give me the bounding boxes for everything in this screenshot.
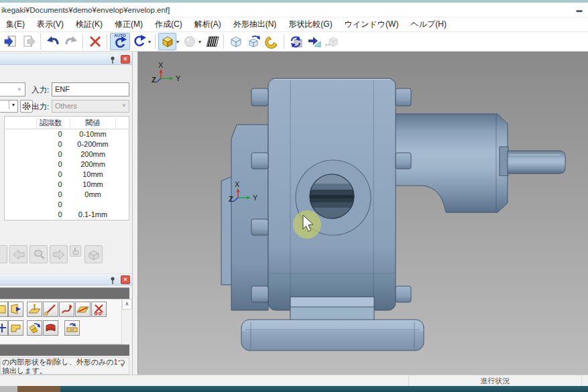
redo-button[interactable] (62, 33, 80, 50)
tool-description: の内部形状を削除し、外形のみの1つ 抽出します。 ∨ (0, 357, 129, 375)
tool-point-on-plane[interactable] (27, 302, 42, 317)
nav-model-button[interactable] (84, 245, 103, 263)
input-format-field[interactable]: ENF (52, 82, 129, 96)
extract-partial-icon (0, 303, 7, 316)
input-label: 入力: (32, 85, 49, 95)
toolbar-separator (155, 34, 156, 49)
tool-unfold-faces[interactable] (27, 320, 42, 336)
menu-item[interactable]: ウインドウ(W) (339, 17, 405, 32)
application-window: ikegaki¥Documents¥demo¥envelop¥envelop.e… (0, 0, 588, 392)
status-end-cell (581, 375, 588, 386)
close-panel-button[interactable]: × (121, 275, 130, 284)
pin-icon[interactable] (109, 275, 117, 287)
pin-icon[interactable] (109, 55, 117, 67)
menu-item[interactable]: 表示(V) (31, 17, 70, 32)
delete-button[interactable] (86, 33, 104, 50)
column-count[interactable]: 認識数 (37, 117, 70, 129)
threshold-table-body: 00-10mm00-200mm0200mm0200mm010mm010mm00m… (5, 129, 129, 220)
menu-item[interactable]: 解析(A) (188, 17, 227, 32)
transform-model-button[interactable] (323, 33, 341, 50)
description-line2: 抽出します。 (2, 367, 127, 375)
zebra-stripes-button[interactable] (202, 33, 221, 50)
viewport-3d[interactable]: X Y Z X Y Z (138, 52, 588, 375)
progress-status-cell: 進行状況 (408, 375, 581, 386)
axis-z-label: Z (152, 76, 156, 84)
tool-extract-partial[interactable] (0, 302, 8, 317)
nav-search-button[interactable] (30, 245, 48, 263)
main-toolbar: AUTO ▾ ▾ ▾ (0, 32, 588, 52)
wireframe-display-button[interactable] (227, 33, 245, 50)
scroll-up-icon[interactable]: ∧ (122, 299, 132, 310)
recognition-panel-header: × (0, 53, 133, 65)
menu-item[interactable]: 検証(K) (70, 17, 109, 32)
shaded-display-button[interactable] (158, 33, 176, 50)
auto-rotate-button[interactable]: AUTO (110, 33, 130, 50)
toolbar-separator (284, 34, 284, 49)
tool-plane-with-line[interactable] (75, 302, 91, 317)
expand-description-icon[interactable]: ∨ (120, 361, 125, 368)
menu-item[interactable]: ヘルプ(H) (404, 17, 453, 32)
compare-shapes-button[interactable] (305, 33, 323, 50)
menu-item[interactable]: 集(E) (0, 17, 31, 32)
status-spacer (0, 375, 408, 386)
menu-item[interactable]: 作成(C) (149, 17, 188, 32)
tool-grid-scrollbar[interactable]: ∧ (121, 299, 132, 344)
rotate-model-button[interactable] (245, 33, 263, 50)
table-row[interactable]: 010mm (5, 170, 129, 180)
cad-model-canvas: X Y Z X Y Z (138, 52, 588, 375)
close-panel-button[interactable]: × (121, 55, 130, 64)
tool-delete-curve[interactable] (91, 302, 107, 317)
minimize-button[interactable]: ▬ (575, 7, 584, 13)
tool-edge-line[interactable] (43, 302, 58, 317)
delete-icon (88, 34, 103, 49)
shaded-cube-icon (160, 34, 175, 49)
format-combobox[interactable]: ∨ (0, 82, 25, 96)
nav-confirm-button[interactable] (70, 245, 81, 257)
table-row[interactable]: 00-200mm (5, 139, 129, 149)
tool-outline-shape[interactable] (8, 320, 23, 336)
table-row[interactable]: 0 (5, 200, 129, 210)
menu-item[interactable]: 外形抽出(N) (227, 17, 283, 32)
tool-offset-partial[interactable] (0, 320, 8, 336)
nav-previous-button[interactable] (9, 245, 27, 263)
nav-history-button[interactable] (0, 245, 7, 263)
undo-button[interactable] (44, 33, 62, 50)
tool-curved-surface[interactable] (43, 320, 58, 336)
table-row[interactable]: 0200mm (5, 149, 129, 159)
output-format-value: Others (55, 102, 77, 110)
description-group-bar[interactable] (0, 344, 129, 356)
menu-item[interactable]: 形状比較(G) (282, 17, 338, 32)
shell-extract-button[interactable] (263, 33, 281, 50)
nav-next-button[interactable] (50, 245, 68, 263)
sync-views-button[interactable] (287, 33, 305, 50)
sphere-display-button[interactable] (180, 33, 198, 50)
column-threshold[interactable]: 閾値 (70, 117, 116, 129)
status-bar: 進行状況 (0, 375, 588, 386)
output-format-dropdown[interactable]: ∨ Others (52, 100, 129, 113)
toolbar-separator (107, 34, 107, 49)
table-row[interactable]: 00mm (5, 190, 129, 200)
tool-extract-face[interactable] (8, 302, 23, 317)
tool-spline-curve[interactable] (59, 302, 74, 317)
output-label: 出力: (32, 102, 49, 112)
menu-item[interactable]: 修正(M) (109, 17, 149, 32)
axis-z-label: Z (229, 195, 233, 203)
import-icon (3, 34, 18, 49)
strip-segment (0, 386, 17, 392)
tool-group-bar[interactable] (0, 287, 129, 299)
table-row[interactable]: 0200mm (5, 159, 129, 170)
import-button[interactable] (1, 33, 19, 50)
magnifier-icon (32, 248, 46, 261)
rotate-view-button[interactable] (130, 33, 148, 50)
table-row[interactable]: 00.1-1mm (5, 210, 129, 220)
chevron-down-icon: ∨ (17, 87, 21, 92)
options-split-button[interactable]: ▾ (0, 100, 18, 113)
axis-x-label: X (158, 61, 164, 69)
export-button[interactable] (19, 33, 38, 50)
table-row[interactable]: 010mm (5, 180, 129, 190)
tool-merge-shapes[interactable] (64, 320, 80, 336)
merge-shapes-icon (66, 322, 78, 334)
table-row[interactable]: 00-10mm (5, 129, 129, 140)
panel-splitter[interactable] (133, 52, 138, 375)
delete-curve-scissors-icon (93, 303, 105, 316)
